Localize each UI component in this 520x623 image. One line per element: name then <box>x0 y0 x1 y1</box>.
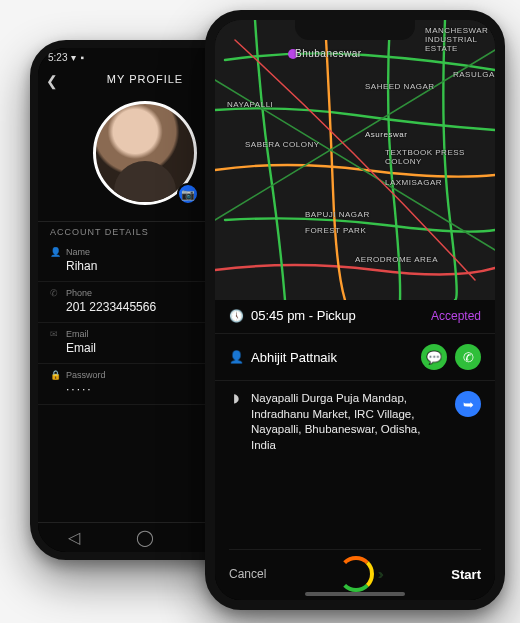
mail-icon: ✉ <box>50 329 60 339</box>
page-title: MY PROFILE <box>107 73 183 85</box>
navigate-button[interactable]: ➥ <box>455 391 481 417</box>
rider-row: 👤 Abhijit Pattnaik 💬 ✆ <box>229 344 481 370</box>
rider-name: Abhijit Pattnaik <box>251 350 413 365</box>
status-time: 5:23 <box>48 52 67 63</box>
field-label: Name <box>66 247 90 257</box>
home-indicator[interactable] <box>305 592 405 596</box>
back-icon[interactable]: ❮ <box>46 73 58 89</box>
nav-back-icon[interactable]: ◁ <box>64 528 84 548</box>
phone-icon: ✆ <box>50 288 60 298</box>
navigate-icon: ➥ <box>463 397 474 412</box>
lock-icon: 🔒 <box>50 370 60 380</box>
address-row: ◗ Nayapalli Durga Puja Mandap, Indradhan… <box>229 391 481 453</box>
camera-icon: 📷 <box>181 188 195 201</box>
start-button[interactable]: Start <box>451 567 481 582</box>
camera-badge[interactable]: 📷 <box>177 183 199 205</box>
nav-home-icon[interactable]: ◯ <box>135 528 155 548</box>
pickup-row: 🕔 05:45 pm - Pickup Accepted <box>229 308 481 323</box>
person-icon: 👤 <box>229 350 243 364</box>
field-label: Email <box>66 329 89 339</box>
divider <box>215 333 495 334</box>
clock-icon: 🕔 <box>229 309 243 323</box>
phone-icon: ✆ <box>463 350 474 365</box>
chevrons-icon: ››› <box>378 566 380 582</box>
progress-wrap: ››› <box>338 556 380 592</box>
pin-icon: ◗ <box>229 391 243 405</box>
pickup-text: 05:45 pm - Pickup <box>251 308 423 323</box>
map[interactable]: Bhubaneswar NAYAPALLI SAHEED NAGAR SABER… <box>215 20 495 300</box>
svg-point-1 <box>288 49 298 59</box>
signal-icon: ▾ <box>71 52 76 63</box>
ride-card: 🕔 05:45 pm - Pickup Accepted 👤 Abhijit P… <box>215 300 495 600</box>
call-button[interactable]: ✆ <box>455 344 481 370</box>
pickup-time: 05:45 pm <box>251 308 305 323</box>
wifi-icon: ▪ <box>80 52 84 63</box>
pickup-label: Pickup <box>317 308 356 323</box>
phone-ride: Bhubaneswar NAYAPALLI SAHEED NAGAR SABER… <box>205 10 505 610</box>
field-label: Password <box>66 370 106 380</box>
action-row: Cancel ››› Start <box>229 549 481 592</box>
sep: - <box>309 308 317 323</box>
message-button[interactable]: 💬 <box>421 344 447 370</box>
pickup-address: Nayapalli Durga Puja Mandap, Indradhanu … <box>251 391 447 453</box>
field-label: Phone <box>66 288 92 298</box>
map-roads <box>215 20 495 300</box>
divider <box>215 380 495 381</box>
status-badge: Accepted <box>431 309 481 323</box>
section-label: ACCOUNT DETAILS <box>50 227 149 237</box>
person-icon: 👤 <box>50 247 60 257</box>
notch <box>295 20 415 40</box>
progress-spinner <box>338 556 374 592</box>
cancel-button[interactable]: Cancel <box>229 567 266 581</box>
chat-icon: 💬 <box>426 350 442 365</box>
